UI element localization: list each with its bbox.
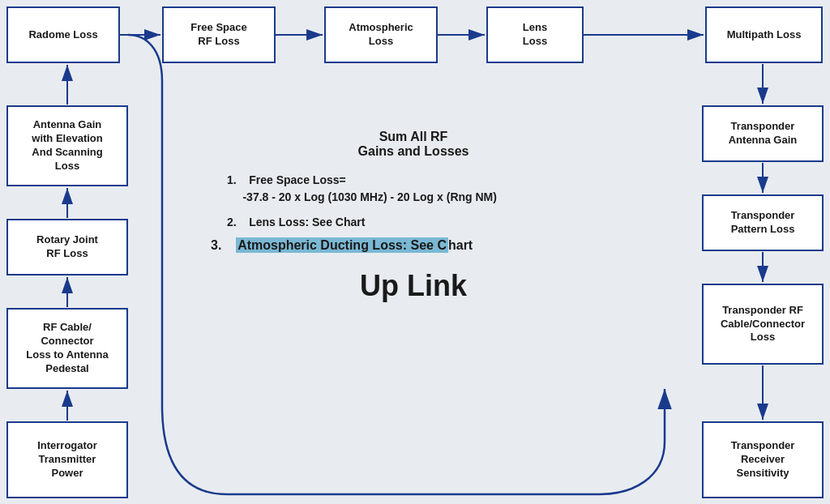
- freespace-loss-box: Free SpaceRF Loss: [162, 6, 276, 63]
- atmospheric-loss-box: AtmosphericLoss: [324, 6, 438, 63]
- rotary-joint-label: Rotary JointRF Loss: [36, 233, 98, 261]
- formula-item2: 2. Lens Loss: See Chart: [162, 216, 665, 229]
- center-content: Sum All RFGains and Losses 1. Free Space…: [162, 81, 665, 405]
- formula-item1: 1. Free Space Loss= -37.8 - 20 x Log (10…: [162, 172, 665, 206]
- rfcable-label: RF Cable/ConnectorLoss to AntennaPedesta…: [26, 321, 108, 376]
- transponder-pattern-box: TransponderPattern Loss: [702, 194, 824, 251]
- multipath-loss-label: Multipath Loss: [727, 28, 802, 42]
- transponder-antenna-label: TransponderAntenna Gain: [729, 120, 798, 147]
- rfcable-box: RF Cable/ConnectorLoss to AntennaPedesta…: [6, 308, 128, 389]
- transponder-receiver-label: TransponderReceiverSensitivity: [731, 439, 795, 481]
- interrogator-label: InterrogatorTransmitterPower: [37, 439, 97, 481]
- antenna-gain-box: Antenna Gainwith ElevationAnd ScanningLo…: [6, 105, 128, 186]
- uplink-label: Up Link: [162, 269, 665, 303]
- formula-item3: 3. Atmospheric Ducting Loss: See Chart: [162, 238, 665, 253]
- rotary-joint-box: Rotary JointRF Loss: [6, 219, 128, 275]
- interrogator-box: InterrogatorTransmitterPower: [6, 421, 128, 498]
- transponder-rf-label: Transponder RFCable/ConnectorLoss: [721, 304, 805, 345]
- transponder-rf-box: Transponder RFCable/ConnectorLoss: [702, 284, 824, 365]
- highlighted-text: Atmospheric Ducting Loss: See C: [236, 237, 448, 253]
- lens-loss-box: LensLoss: [486, 6, 584, 63]
- antenna-gain-label: Antenna Gainwith ElevationAnd ScanningLo…: [32, 118, 102, 173]
- transponder-pattern-label: TransponderPattern Loss: [731, 209, 795, 237]
- sum-title: Sum All RFGains and Losses: [162, 130, 665, 159]
- atmospheric-loss-label: AtmosphericLoss: [349, 21, 413, 49]
- lens-loss-label: LensLoss: [523, 21, 547, 49]
- radome-loss-label: Radome Loss: [28, 28, 97, 42]
- diagram: Radome Loss Free SpaceRF Loss Atmospheri…: [0, 0, 830, 504]
- multipath-loss-box: Multipath Loss: [705, 6, 823, 63]
- freespace-loss-label: Free SpaceRF Loss: [190, 21, 246, 49]
- transponder-receiver-box: TransponderReceiverSensitivity: [702, 421, 824, 498]
- radome-loss-box: Radome Loss: [6, 6, 120, 63]
- transponder-antenna-box: TransponderAntenna Gain: [702, 105, 824, 162]
